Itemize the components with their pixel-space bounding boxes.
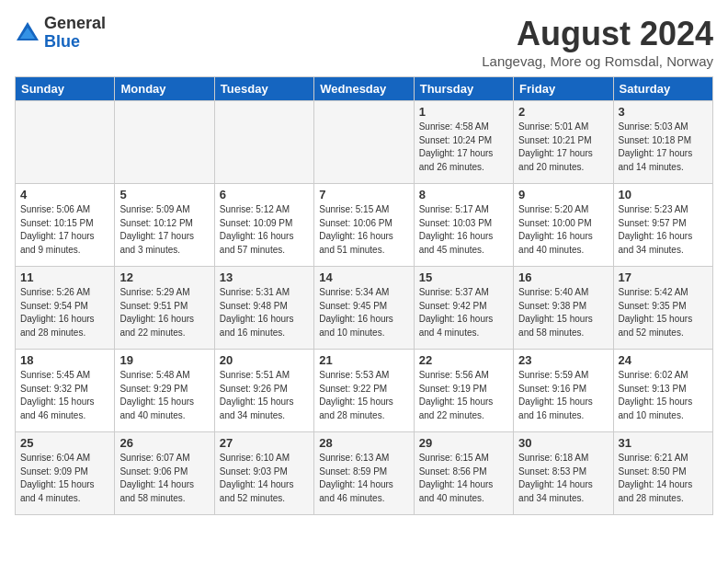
day-info: Sunrise: 5:03 AM Sunset: 10:18 PM Daylig… bbox=[619, 121, 708, 174]
day-info: Sunrise: 5:23 AM Sunset: 9:57 PM Dayligh… bbox=[619, 203, 708, 257]
day-number: 26 bbox=[119, 436, 209, 450]
day-number: 31 bbox=[619, 436, 708, 450]
calendar-cell bbox=[314, 101, 414, 184]
logo-blue: Blue bbox=[44, 33, 106, 52]
column-header-sunday: Sunday bbox=[16, 77, 115, 101]
day-number: 6 bbox=[220, 188, 309, 201]
logo: General Blue bbox=[15, 15, 106, 52]
calendar-cell: 19Sunrise: 5:48 AM Sunset: 9:29 PM Dayli… bbox=[115, 350, 214, 432]
day-info: Sunrise: 5:45 AM Sunset: 9:32 PM Dayligh… bbox=[20, 369, 109, 422]
calendar-week-1: 1Sunrise: 4:58 AM Sunset: 10:24 PM Dayli… bbox=[16, 101, 713, 184]
day-number: 24 bbox=[619, 353, 708, 367]
calendar-cell: 5Sunrise: 5:09 AM Sunset: 10:12 PM Dayli… bbox=[115, 184, 214, 267]
day-info: Sunrise: 5:09 AM Sunset: 10:12 PM Daylig… bbox=[119, 203, 209, 257]
calendar-cell bbox=[214, 101, 313, 184]
day-info: Sunrise: 5:31 AM Sunset: 9:48 PM Dayligh… bbox=[220, 286, 309, 339]
column-header-monday: Monday bbox=[115, 77, 214, 101]
page-header: General Blue August 2024 Langevag, More … bbox=[15, 15, 713, 69]
day-info: Sunrise: 4:58 AM Sunset: 10:24 PM Daylig… bbox=[419, 121, 508, 174]
day-info: Sunrise: 5:12 AM Sunset: 10:09 PM Daylig… bbox=[220, 203, 309, 257]
day-number: 7 bbox=[319, 188, 408, 201]
logo-icon bbox=[15, 20, 40, 46]
day-number: 23 bbox=[518, 353, 608, 367]
day-info: Sunrise: 6:15 AM Sunset: 8:56 PM Dayligh… bbox=[419, 452, 508, 505]
day-info: Sunrise: 5:59 AM Sunset: 9:16 PM Dayligh… bbox=[518, 369, 608, 422]
calendar-cell: 8Sunrise: 5:17 AM Sunset: 10:03 PM Dayli… bbox=[414, 184, 513, 267]
column-header-saturday: Saturday bbox=[613, 77, 712, 101]
day-info: Sunrise: 5:29 AM Sunset: 9:51 PM Dayligh… bbox=[119, 286, 209, 339]
calendar-cell: 6Sunrise: 5:12 AM Sunset: 10:09 PM Dayli… bbox=[214, 184, 313, 267]
day-info: Sunrise: 5:17 AM Sunset: 10:03 PM Daylig… bbox=[419, 203, 508, 257]
day-number: 15 bbox=[419, 270, 508, 284]
month-year-title: August 2024 bbox=[482, 15, 713, 53]
day-info: Sunrise: 5:34 AM Sunset: 9:45 PM Dayligh… bbox=[319, 286, 408, 339]
day-info: Sunrise: 5:48 AM Sunset: 9:29 PM Dayligh… bbox=[119, 369, 209, 422]
day-number: 3 bbox=[619, 105, 708, 119]
calendar-cell: 28Sunrise: 6:13 AM Sunset: 8:59 PM Dayli… bbox=[314, 432, 414, 515]
calendar-cell: 15Sunrise: 5:37 AM Sunset: 9:42 PM Dayli… bbox=[414, 267, 513, 350]
day-info: Sunrise: 5:56 AM Sunset: 9:19 PM Dayligh… bbox=[419, 369, 508, 422]
day-number: 22 bbox=[419, 353, 508, 367]
calendar-cell: 7Sunrise: 5:15 AM Sunset: 10:06 PM Dayli… bbox=[314, 184, 414, 267]
calendar-cell: 24Sunrise: 6:02 AM Sunset: 9:13 PM Dayli… bbox=[613, 350, 712, 432]
calendar-cell: 9Sunrise: 5:20 AM Sunset: 10:00 PM Dayli… bbox=[514, 184, 613, 267]
calendar-cell: 16Sunrise: 5:40 AM Sunset: 9:38 PM Dayli… bbox=[514, 267, 613, 350]
calendar-cell: 12Sunrise: 5:29 AM Sunset: 9:51 PM Dayli… bbox=[115, 267, 214, 350]
day-info: Sunrise: 5:06 AM Sunset: 10:15 PM Daylig… bbox=[20, 203, 109, 257]
calendar-cell: 25Sunrise: 6:04 AM Sunset: 9:09 PM Dayli… bbox=[16, 432, 115, 515]
day-info: Sunrise: 5:40 AM Sunset: 9:38 PM Dayligh… bbox=[518, 286, 608, 339]
day-number: 28 bbox=[319, 436, 408, 450]
calendar-cell: 31Sunrise: 6:21 AM Sunset: 8:50 PM Dayli… bbox=[613, 432, 712, 515]
day-number: 4 bbox=[20, 188, 109, 201]
logo-general: General bbox=[44, 15, 106, 33]
calendar-table: SundayMondayTuesdayWednesdayThursdayFrid… bbox=[15, 76, 713, 515]
day-number: 20 bbox=[220, 353, 309, 367]
day-number: 19 bbox=[119, 353, 209, 367]
calendar-cell: 21Sunrise: 5:53 AM Sunset: 9:22 PM Dayli… bbox=[314, 350, 414, 432]
day-number: 27 bbox=[220, 436, 309, 450]
calendar-cell: 13Sunrise: 5:31 AM Sunset: 9:48 PM Dayli… bbox=[214, 267, 313, 350]
day-info: Sunrise: 6:18 AM Sunset: 8:53 PM Dayligh… bbox=[518, 452, 608, 505]
day-number: 18 bbox=[20, 353, 109, 367]
day-number: 1 bbox=[419, 105, 508, 119]
day-info: Sunrise: 5:15 AM Sunset: 10:06 PM Daylig… bbox=[319, 203, 408, 257]
day-number: 30 bbox=[518, 436, 608, 450]
day-info: Sunrise: 6:13 AM Sunset: 8:59 PM Dayligh… bbox=[319, 452, 408, 505]
calendar-cell: 4Sunrise: 5:06 AM Sunset: 10:15 PM Dayli… bbox=[16, 184, 115, 267]
day-number: 13 bbox=[220, 270, 309, 284]
day-info: Sunrise: 5:53 AM Sunset: 9:22 PM Dayligh… bbox=[319, 369, 408, 422]
day-number: 14 bbox=[319, 270, 408, 284]
calendar-week-2: 4Sunrise: 5:06 AM Sunset: 10:15 PM Dayli… bbox=[16, 184, 713, 267]
calendar-cell bbox=[115, 101, 214, 184]
day-number: 2 bbox=[518, 105, 608, 119]
calendar-cell: 2Sunrise: 5:01 AM Sunset: 10:21 PM Dayli… bbox=[514, 101, 613, 184]
column-header-wednesday: Wednesday bbox=[314, 77, 414, 101]
day-info: Sunrise: 5:20 AM Sunset: 10:00 PM Daylig… bbox=[518, 203, 608, 257]
day-number: 8 bbox=[419, 188, 508, 201]
day-info: Sunrise: 5:42 AM Sunset: 9:35 PM Dayligh… bbox=[619, 286, 708, 339]
day-number: 29 bbox=[419, 436, 508, 450]
calendar-cell: 30Sunrise: 6:18 AM Sunset: 8:53 PM Dayli… bbox=[514, 432, 613, 515]
calendar-header-row: SundayMondayTuesdayWednesdayThursdayFrid… bbox=[16, 77, 713, 101]
calendar-cell: 26Sunrise: 6:07 AM Sunset: 9:06 PM Dayli… bbox=[115, 432, 214, 515]
calendar-cell: 29Sunrise: 6:15 AM Sunset: 8:56 PM Dayli… bbox=[414, 432, 513, 515]
day-number: 11 bbox=[20, 270, 109, 284]
day-info: Sunrise: 5:37 AM Sunset: 9:42 PM Dayligh… bbox=[419, 286, 508, 339]
calendar-cell: 17Sunrise: 5:42 AM Sunset: 9:35 PM Dayli… bbox=[613, 267, 712, 350]
calendar-cell: 18Sunrise: 5:45 AM Sunset: 9:32 PM Dayli… bbox=[16, 350, 115, 432]
calendar-week-5: 25Sunrise: 6:04 AM Sunset: 9:09 PM Dayli… bbox=[16, 432, 713, 515]
day-info: Sunrise: 6:04 AM Sunset: 9:09 PM Dayligh… bbox=[20, 452, 109, 505]
day-info: Sunrise: 5:01 AM Sunset: 10:21 PM Daylig… bbox=[518, 121, 608, 174]
day-info: Sunrise: 6:21 AM Sunset: 8:50 PM Dayligh… bbox=[619, 452, 708, 505]
calendar-cell: 10Sunrise: 5:23 AM Sunset: 9:57 PM Dayli… bbox=[613, 184, 712, 267]
location-subtitle: Langevag, More og Romsdal, Norway bbox=[482, 53, 713, 69]
day-info: Sunrise: 5:26 AM Sunset: 9:54 PM Dayligh… bbox=[20, 286, 109, 339]
calendar-week-4: 18Sunrise: 5:45 AM Sunset: 9:32 PM Dayli… bbox=[16, 350, 713, 432]
day-number: 16 bbox=[518, 270, 608, 284]
column-header-tuesday: Tuesday bbox=[214, 77, 313, 101]
day-number: 9 bbox=[518, 188, 608, 201]
day-info: Sunrise: 6:07 AM Sunset: 9:06 PM Dayligh… bbox=[119, 452, 209, 505]
calendar-cell bbox=[16, 101, 115, 184]
calendar-cell: 23Sunrise: 5:59 AM Sunset: 9:16 PM Dayli… bbox=[514, 350, 613, 432]
calendar-cell: 3Sunrise: 5:03 AM Sunset: 10:18 PM Dayli… bbox=[613, 101, 712, 184]
